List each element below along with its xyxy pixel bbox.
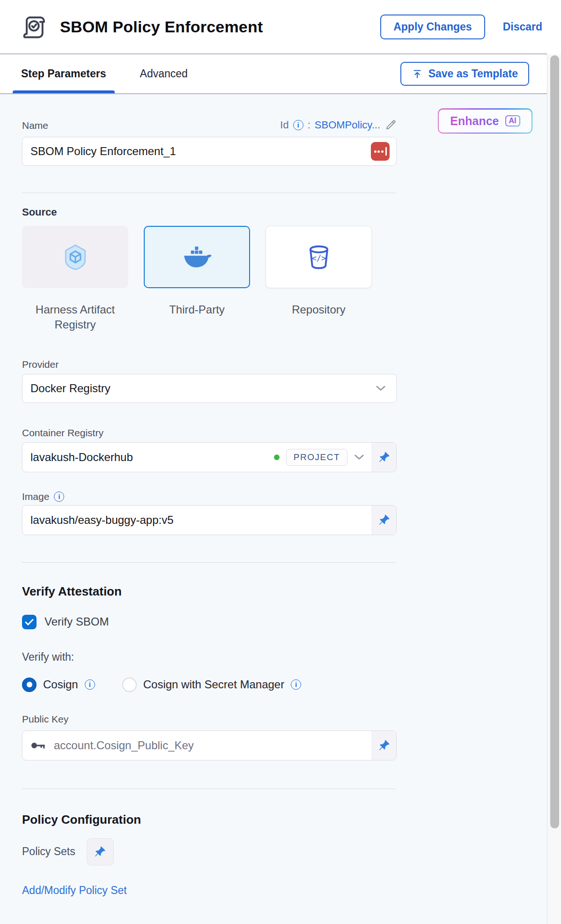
source-option-repository[interactable]: </>: [266, 226, 372, 288]
cosign-secret-manager-info-icon[interactable]: [291, 679, 301, 690]
tab-step-parameters[interactable]: Step Parameters: [21, 54, 106, 93]
edit-id-icon[interactable]: [384, 119, 397, 131]
radio-unselected-icon[interactable]: [122, 678, 137, 692]
pin-input-type-button[interactable]: [372, 506, 396, 535]
scrollbar-thumb[interactable]: [550, 55, 559, 828]
image-value: lavakush/easy-buggy-app:v5: [30, 514, 364, 527]
tab-bar: Step Parameters Advanced Save as Templat…: [0, 54, 547, 94]
verify-attestation-heading: Verify Attestation: [22, 584, 547, 599]
divider: [22, 193, 396, 193]
radio-cosign-secret-manager[interactable]: Cosign with Secret Manager: [122, 678, 301, 692]
verify-sbom-checkbox-row[interactable]: Verify SBOM: [22, 615, 547, 629]
secret-key-icon: [30, 741, 46, 750]
public-key-input[interactable]: account.Cosign_Public_Key: [22, 731, 372, 760]
save-as-template-button[interactable]: Save as Template: [400, 62, 529, 86]
password-manager-autofill-icon[interactable]: [371, 142, 390, 161]
source-label-repository: Repository: [266, 302, 372, 333]
step-id-group: Id : SBOMPolicy...: [280, 119, 397, 131]
connector-status-dot: [274, 455, 280, 460]
pin-icon: [378, 514, 391, 526]
public-key-label: Public Key: [22, 714, 547, 725]
policy-configuration-heading: Policy Configuration: [22, 812, 547, 827]
source-label-harness-artifact-registry: Harness Artifact Registry: [22, 302, 128, 333]
enhance-ai-button[interactable]: Enhance AI: [438, 108, 532, 134]
public-key-value: account.Cosign_Public_Key: [54, 739, 364, 752]
chevron-down-icon: [354, 454, 364, 461]
sbom-policy-step-icon: [21, 12, 51, 42]
repository-icon: </>: [304, 243, 333, 272]
add-modify-policy-set-link[interactable]: Add/Modify Policy Set: [22, 884, 547, 897]
pin-icon: [94, 845, 106, 858]
page-title: SBOM Policy Enforcement: [60, 18, 263, 36]
verify-sbom-label: Verify SBOM: [44, 615, 109, 628]
radio-selected-icon[interactable]: [22, 678, 37, 692]
name-label: Name: [22, 120, 48, 131]
tab-advanced[interactable]: Advanced: [140, 54, 188, 93]
public-key-field: account.Cosign_Public_Key: [22, 730, 397, 760]
upload-icon: [412, 68, 423, 80]
divider: [22, 789, 396, 789]
discard-button[interactable]: Discard: [503, 21, 542, 33]
container-registry-label: Container Registry: [22, 427, 547, 439]
verify-sbom-checkbox[interactable]: [22, 615, 37, 629]
harness-artifact-registry-icon: [61, 243, 90, 272]
id-info-icon[interactable]: [293, 120, 303, 130]
verify-with-label: Verify with:: [22, 651, 547, 663]
name-input-value: SBOM Policy Enforcement_1: [30, 145, 371, 158]
cosign-info-icon[interactable]: [85, 679, 95, 690]
verify-with-radio-group: Cosign Cosign with Secret Manager: [22, 678, 547, 692]
radio-cosign-label: Cosign: [43, 678, 78, 691]
step-parameters-form: Enhance AI Name Id : SBOMPolicy... SBOM …: [0, 94, 547, 924]
pin-policy-sets-button[interactable]: [87, 838, 114, 865]
ai-badge: AI: [505, 115, 520, 127]
id-value: SBOMPolicy...: [315, 119, 380, 131]
divider: [22, 562, 396, 563]
check-icon: [25, 618, 34, 626]
provider-label: Provider: [22, 359, 547, 370]
policy-sets-label: Policy Sets: [22, 845, 75, 858]
pin-icon: [378, 451, 391, 463]
source-option-third-party[interactable]: [144, 226, 250, 288]
step-config-panel: SBOM Policy Enforcement Apply Changes Di…: [0, 0, 561, 924]
image-info-icon[interactable]: [54, 492, 64, 502]
image-field: lavakush/easy-buggy-app:v5: [22, 505, 397, 535]
apply-changes-button[interactable]: Apply Changes: [380, 15, 485, 39]
id-label: Id: [280, 119, 288, 131]
radio-cosign-secret-manager-label: Cosign with Secret Manager: [143, 678, 284, 691]
source-label-third-party: Third-Party: [144, 302, 250, 333]
enhance-label: Enhance: [450, 114, 499, 128]
source-option-harness-artifact-registry[interactable]: [22, 226, 128, 288]
pin-icon: [378, 739, 391, 752]
radio-cosign[interactable]: Cosign: [22, 678, 95, 692]
panel-header: SBOM Policy Enforcement Apply Changes Di…: [0, 0, 561, 54]
scope-badge: PROJECT: [286, 449, 347, 466]
chevron-down-icon: [376, 385, 386, 392]
save-as-template-label: Save as Template: [428, 67, 518, 80]
container-registry-value: lavakush-Dockerhub: [30, 451, 267, 464]
container-registry-select[interactable]: lavakush-Dockerhub PROJECT: [22, 443, 372, 472]
name-input[interactable]: SBOM Policy Enforcement_1: [22, 137, 397, 166]
svg-text:</>: </>: [311, 253, 325, 262]
source-label: Source: [22, 206, 547, 218]
provider-value: Docker Registry: [30, 382, 376, 395]
container-registry-field: lavakush-Dockerhub PROJECT: [22, 442, 397, 472]
image-label: Image: [22, 491, 49, 502]
pin-input-type-button[interactable]: [372, 443, 396, 472]
docker-icon: [183, 243, 212, 272]
pin-input-type-button[interactable]: [372, 731, 396, 760]
provider-select[interactable]: Docker Registry: [22, 374, 397, 403]
image-input[interactable]: lavakush/easy-buggy-app:v5: [22, 506, 372, 535]
scrollbar-track[interactable]: [547, 54, 561, 924]
